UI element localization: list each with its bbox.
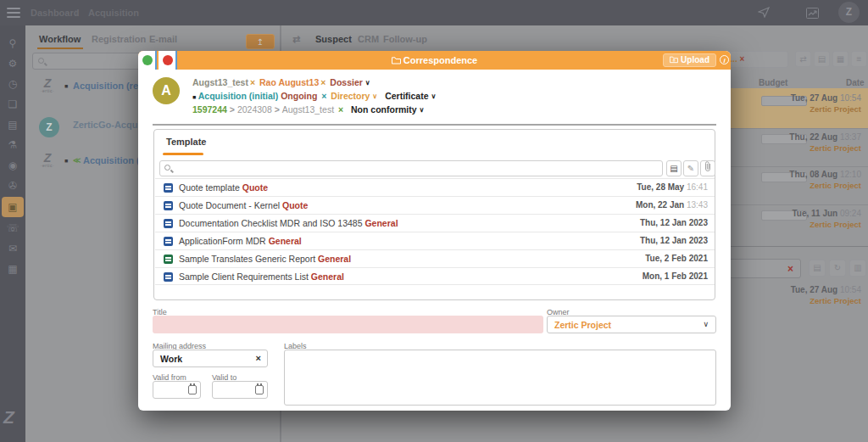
clear-search-icon[interactable]: × [787,263,793,275]
green-dot-icon [142,55,153,65]
column-header-date[interactable]: Date [846,78,865,87]
tab-crm[interactable]: CRM [358,34,379,44]
template-date: Mon, 22 Jan [636,200,684,210]
calendar-icon[interactable] [255,385,264,394]
valid-to-input[interactable] [212,381,268,399]
sidebar-item-history-icon[interactable]: ◷ [0,78,25,90]
clear-icon[interactable]: × [256,353,261,363]
template-row[interactable]: Sample Translates Generic Report General… [155,249,715,267]
chevron-down-icon[interactable]: ∨ [431,92,436,100]
toolbar-shuffle-icon[interactable]: ⇄ [795,51,811,67]
sidebar-nav: ⚲ ⚙ ◷ ❏ ▤ ⚗ ◉ ✇ ▣ ☏ ✉ ▦ Z [0,25,25,442]
tab-template[interactable]: Template [166,137,206,147]
send-icon[interactable] [758,6,770,21]
chip-close-icon[interactable]: × [739,54,744,64]
remove-tag-icon[interactable]: × [337,104,345,115]
user-avatar[interactable]: Z [838,2,860,23]
remove-tag-icon[interactable]: × [248,77,257,87]
directory-dropdown[interactable]: Directory [331,91,370,101]
remove-tag-icon[interactable]: × [320,91,328,101]
tab-workflow-underline [37,48,83,49]
mailing-address-input[interactable]: Work × [153,350,268,367]
row-date: Tue, 27 Aug [791,285,838,294]
status-green-tab[interactable] [138,51,157,70]
template-row[interactable]: Documentation Checklist MDR and ISO 1348… [155,214,715,232]
breadcrumb-acquisition[interactable]: Acquisition [88,8,139,18]
pen-icon[interactable]: ✎ [683,160,698,176]
labels-textarea[interactable] [284,350,716,406]
upload-button[interactable]: Upload [663,53,716,67]
sidebar-item-plug-icon[interactable]: ⚲ [0,37,25,49]
certificate-dropdown[interactable]: Certificate [385,91,428,101]
info-icon[interactable]: i [720,55,729,64]
breadcrumb-id[interactable]: 1597244 [192,104,227,115]
breadcrumb-dashboard[interactable]: Dashboard [31,8,79,18]
tab-registration[interactable]: Registration [92,34,146,44]
template-search-input[interactable] [159,160,663,176]
sidebar-item-lab-icon[interactable]: ⚗ [0,139,25,151]
red-dot-icon [163,55,173,65]
import-button[interactable]: ↥ [246,34,275,49]
template-panel: Template ▤ ✎ Quote template Quote Tue, 2… [153,129,715,300]
sidebar-item-mobile-icon[interactable]: ☏ [0,222,25,234]
breadcrumb-name[interactable]: Augst13_test [282,104,334,115]
nonconformity-dropdown[interactable]: Non conformity [351,104,417,115]
sidebar-item-settings-icon[interactable]: ⚙ [0,58,25,70]
status-red-tab[interactable] [159,51,177,70]
sidebar-item-calendar-icon[interactable]: ▦ [0,263,25,275]
toolbar-grid-icon[interactable]: ▦ [832,51,849,67]
toolbar-filter-icon[interactable]: ≡ [851,51,867,67]
document-icon[interactable]: ▤ [666,160,682,176]
divider [153,124,716,126]
template-name: Documentation Checklist MDR and ISO 1348… [179,218,363,228]
row-date: Tue, 11 Jun [792,209,837,218]
tab-followup[interactable]: Follow-up [383,34,427,44]
sidebar-item-folder-icon[interactable]: ❏ [0,98,25,110]
breadcrumb-id[interactable]: 2024308 [237,104,272,115]
tag-person: Rao August13 [259,77,319,87]
template-row[interactable]: Sample Client Requirements List General … [155,267,715,285]
sidebar-item-workflow-icon[interactable]: ▣ [0,201,25,213]
search-icon [164,165,170,171]
template-name: Sample Client Requirements List [179,271,309,282]
chevron-down-icon[interactable]: ∨ [372,92,377,100]
hamburger-menu-icon[interactable] [7,8,20,20]
swap-columns-icon[interactable]: ⇄ [292,34,300,45]
template-time: 13:43 [687,200,708,210]
row-date: Thu, 22 Aug [789,132,837,142]
chevron-down-icon[interactable]: ∨ [420,106,425,114]
sidebar-item-view-icon[interactable]: ◉ [0,159,25,171]
tab-suspect[interactable]: Suspect [315,34,352,44]
row-owner: Zertic Project [760,143,861,153]
paperclip-icon[interactable] [700,160,715,176]
title-input[interactable] [153,316,543,333]
analytics-chart-icon[interactable] [806,7,819,22]
mailing-address-value: Work [160,354,182,364]
row-time: 10:54 [840,285,861,294]
template-date: Tue, 28 May [637,182,684,192]
sidebar-item-tools-icon[interactable]: ✇ [0,180,25,192]
archive-action-icon[interactable]: ▥ [849,260,866,277]
owner-select[interactable]: Zertic Project ∨ [547,316,716,333]
refresh-action-icon[interactable]: ↻ [829,260,846,277]
column-header-budget[interactable]: Budget [759,78,787,87]
template-row[interactable]: ApplicationForm MDR General Thu, 12 Jan … [155,232,715,249]
breadcrumb-sep: > [230,104,235,115]
toolbar-contact-icon[interactable]: ▤ [814,51,830,67]
tab-workflow[interactable]: Workflow [39,34,81,44]
dossier-dropdown[interactable]: Dossier [330,77,363,87]
template-row[interactable]: Quote template Quote Tue, 28 May 16:41 [155,178,715,196]
tab-email[interactable]: E-mail [149,34,177,44]
template-row[interactable]: Quote Document - Kernel Quote Mon, 22 Ja… [155,196,715,214]
valid-from-input[interactable] [153,381,201,399]
sidebar-item-mail-icon[interactable]: ✉ [0,243,25,255]
word-file-icon [164,201,173,210]
word-file-icon [164,183,173,193]
sidebar-item-contacts-icon[interactable]: ▤ [0,119,25,131]
template-name: Quote template [179,182,240,193]
chevron-down-icon[interactable]: ∨ [365,79,370,87]
remove-tag-icon[interactable]: × [319,77,327,87]
template-date: Thu, 12 Jan 2023 [640,236,708,245]
doc-action-icon[interactable]: ▤ [809,260,826,277]
calendar-icon[interactable] [188,385,197,394]
